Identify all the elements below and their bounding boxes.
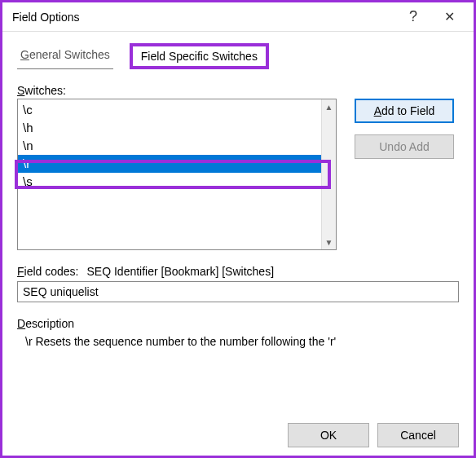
switches-label: Switches: <box>17 84 459 97</box>
close-button[interactable]: ✕ <box>431 5 467 29</box>
list-item[interactable]: \s <box>18 173 321 191</box>
switches-list-inner: \c \h \n \r \s <box>18 99 321 249</box>
field-codes-input[interactable] <box>17 281 459 302</box>
field-codes-row: Field codes: SEQ Identifier [Bookmark] [… <box>17 265 459 278</box>
scrollbar[interactable]: ▲ ▼ <box>321 99 336 249</box>
dialog-content: General Switches Field Specific Switches… <box>2 32 474 456</box>
dialog-window: Field Options ? ✕ General Switches Field… <box>0 0 476 458</box>
help-button[interactable]: ? <box>395 5 431 29</box>
scroll-up-icon[interactable]: ▲ <box>322 99 336 114</box>
scroll-down-icon[interactable]: ▼ <box>322 235 336 249</box>
description-text: \r Resets the sequence number to the num… <box>17 330 459 353</box>
cancel-button[interactable]: Cancel <box>377 423 459 447</box>
list-item-selected[interactable]: \r <box>18 155 321 173</box>
tab-strip: General Switches Field Specific Switches <box>17 43 459 69</box>
titlebar: Field Options ? ✕ <box>2 2 474 32</box>
switches-listbox[interactable]: \c \h \n \r \s ▲ ▼ <box>17 99 337 250</box>
side-buttons: Add to Field Undo Add <box>355 99 454 159</box>
window-title: Field Options <box>12 11 395 24</box>
tab-field-specific-switches[interactable]: Field Specific Switches <box>130 43 269 69</box>
description-label: Description <box>17 317 459 330</box>
undo-add-button[interactable]: Undo Add <box>355 134 454 159</box>
field-codes-label: Field codes: <box>17 265 79 278</box>
ok-button[interactable]: OK <box>288 423 369 447</box>
tab-general-switches[interactable]: General Switches <box>17 43 113 69</box>
field-codes-syntax: SEQ Identifier [Bookmark] [Switches] <box>87 265 275 278</box>
switches-row: \c \h \n \r \s ▲ ▼ Add to Field Undo Add <box>17 99 459 250</box>
dialog-footer: OK Cancel <box>17 413 459 447</box>
list-item[interactable]: \c <box>18 101 321 119</box>
add-to-field-button[interactable]: Add to Field <box>355 99 454 123</box>
list-item[interactable]: \h <box>18 119 321 137</box>
list-item[interactable]: \n <box>18 137 321 155</box>
